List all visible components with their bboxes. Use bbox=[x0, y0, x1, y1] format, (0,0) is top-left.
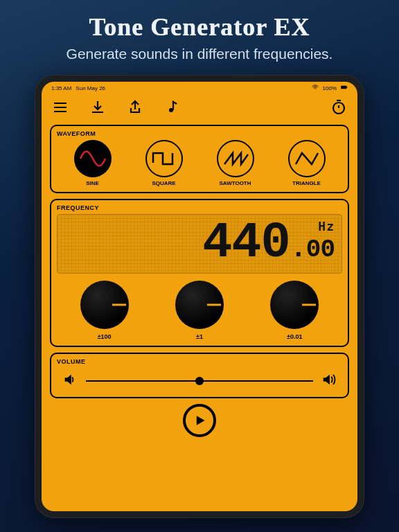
battery-icon bbox=[341, 84, 348, 92]
svg-rect-0 bbox=[341, 86, 346, 89]
volume-panel: VOLUME bbox=[50, 353, 349, 398]
volume-title: VOLUME bbox=[57, 358, 342, 365]
app-screen: 1:35 AM Sun May 26 100% bbox=[42, 82, 357, 511]
share-icon bbox=[127, 99, 143, 116]
knob-dial[interactable] bbox=[270, 281, 319, 329]
knob-label: ±1 bbox=[196, 333, 203, 340]
menu-button[interactable] bbox=[51, 98, 69, 116]
frequency-display[interactable]: Hz 440.00 bbox=[57, 214, 342, 274]
status-time: 1:35 AM bbox=[51, 85, 71, 91]
frequency-dot: . bbox=[290, 233, 306, 265]
play-button[interactable] bbox=[183, 404, 216, 437]
sine-icon bbox=[79, 149, 107, 168]
triangle-icon bbox=[293, 149, 321, 168]
knob-coarse[interactable]: ±100 bbox=[80, 281, 129, 340]
music-note-icon bbox=[164, 99, 181, 116]
timer-icon bbox=[330, 99, 347, 116]
promo-subtitle: Generate sounds in different frequencies… bbox=[0, 46, 399, 62]
knob-label: ±100 bbox=[98, 333, 112, 340]
waveform-sawtooth[interactable]: SAWTOOTH bbox=[217, 140, 254, 186]
svg-rect-1 bbox=[346, 87, 347, 88]
tablet-frame: 1:35 AM Sun May 26 100% bbox=[35, 75, 364, 518]
note-button[interactable] bbox=[163, 98, 181, 116]
waveform-label: SINE bbox=[86, 180, 99, 186]
frequency-value: 440.00 bbox=[64, 222, 335, 272]
waveform-sine[interactable]: SINE bbox=[74, 140, 112, 186]
frequency-integer: 440 bbox=[202, 215, 290, 272]
waveform-title: WAVEFORM bbox=[57, 130, 342, 137]
waveform-label: SAWTOOTH bbox=[219, 180, 251, 186]
toolbar bbox=[42, 93, 357, 122]
export-button[interactable] bbox=[126, 98, 144, 116]
volume-high-icon[interactable] bbox=[321, 372, 337, 390]
frequency-fraction: 00 bbox=[306, 236, 335, 264]
timer-button[interactable] bbox=[330, 98, 348, 116]
waveform-triangle[interactable]: TRIANGLE bbox=[288, 140, 326, 186]
status-bar: 1:35 AM Sun May 26 100% bbox=[42, 82, 357, 93]
volume-slider[interactable] bbox=[86, 380, 313, 382]
knob-label: ±0.01 bbox=[287, 333, 302, 340]
import-button[interactable] bbox=[89, 98, 107, 116]
promo-title: Tone Generator EX bbox=[0, 0, 399, 42]
frequency-panel: FREQUENCY Hz 440.00 ±100 ±1 ±0.01 bbox=[50, 199, 349, 347]
knob-dial[interactable] bbox=[80, 281, 129, 329]
waveform-label: SQUARE bbox=[152, 180, 175, 186]
status-battery: 100% bbox=[323, 85, 337, 91]
play-icon bbox=[193, 414, 206, 427]
waveform-square[interactable]: SQUARE bbox=[145, 140, 183, 186]
status-date: Sun May 26 bbox=[76, 85, 105, 91]
frequency-title: FREQUENCY bbox=[57, 204, 342, 211]
volume-low-icon[interactable] bbox=[62, 372, 78, 390]
download-icon bbox=[89, 99, 106, 116]
wifi-icon bbox=[312, 84, 319, 92]
sawtooth-icon bbox=[222, 149, 249, 168]
knob-medium[interactable]: ±1 bbox=[175, 281, 224, 340]
square-icon bbox=[150, 149, 178, 168]
knob-fine[interactable]: ±0.01 bbox=[270, 281, 319, 340]
waveform-label: TRIANGLE bbox=[292, 180, 321, 186]
knob-dial[interactable] bbox=[175, 281, 224, 329]
menu-icon bbox=[52, 99, 69, 116]
waveform-panel: WAVEFORM SINE SQUARE SAWTOOTH TRIANGLE bbox=[50, 125, 349, 193]
